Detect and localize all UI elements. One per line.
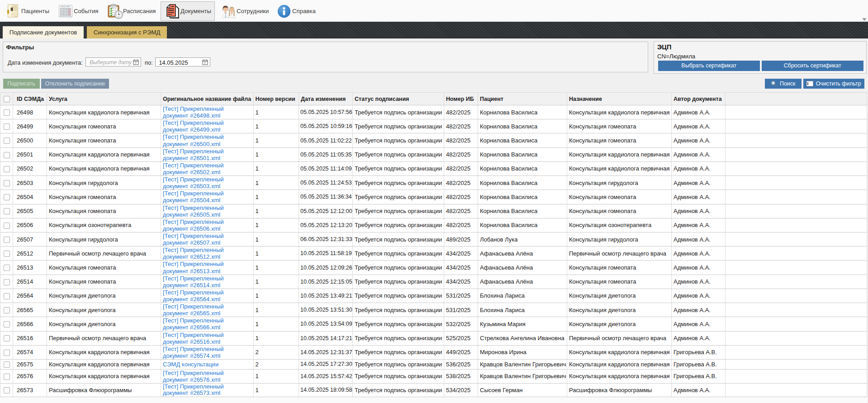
svg-text:7: 7	[135, 62, 137, 65]
svg-text:Januar 2009: Januar 2009	[61, 6, 70, 8]
svg-text:7: 7	[204, 62, 206, 65]
